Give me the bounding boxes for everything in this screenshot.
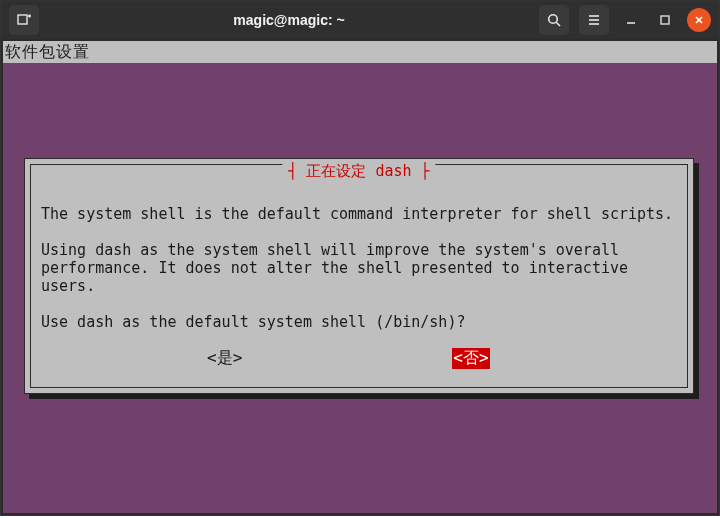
svg-rect-7 (661, 16, 669, 24)
menu-icon (586, 12, 602, 28)
dialog-button-row: <是> <否> (31, 348, 687, 369)
dialog-text-para2: Using dash as the system shell will impr… (41, 241, 637, 295)
minimize-button[interactable] (619, 8, 643, 32)
minimize-icon (625, 14, 637, 26)
close-icon (693, 14, 705, 26)
search-button[interactable] (539, 5, 569, 35)
svg-line-2 (556, 22, 560, 26)
dialog-frame: ┤ 正在设定 dash ├ The system shell is the de… (30, 164, 688, 388)
dialog-title: ┤ 正在设定 dash ├ (282, 162, 435, 181)
terminal-area[interactable]: 软件包设置 ┤ 正在设定 dash ├ The system shell is … (1, 39, 719, 515)
dialog-text-para1: The system shell is the default command … (41, 205, 673, 223)
maximize-button[interactable] (653, 8, 677, 32)
new-tab-button[interactable] (9, 5, 39, 35)
dialog-question: Use dash as the default system shell (/b… (41, 313, 465, 331)
menu-button[interactable] (579, 5, 609, 35)
new-tab-icon (16, 12, 32, 28)
search-icon (546, 12, 562, 28)
package-config-header: 软件包设置 (3, 41, 717, 63)
close-button[interactable] (687, 8, 711, 32)
svg-point-1 (549, 15, 558, 24)
yes-button[interactable]: <是> (207, 348, 242, 369)
debconf-dialog: ┤ 正在设定 dash ├ The system shell is the de… (24, 158, 694, 394)
no-button[interactable]: <否> (452, 348, 489, 369)
svg-rect-0 (18, 15, 27, 24)
titlebar: magic@magic: ~ (1, 1, 719, 39)
terminal-window: magic@magic: ~ (0, 0, 720, 516)
maximize-icon (659, 14, 671, 26)
window-title: magic@magic: ~ (39, 12, 539, 28)
